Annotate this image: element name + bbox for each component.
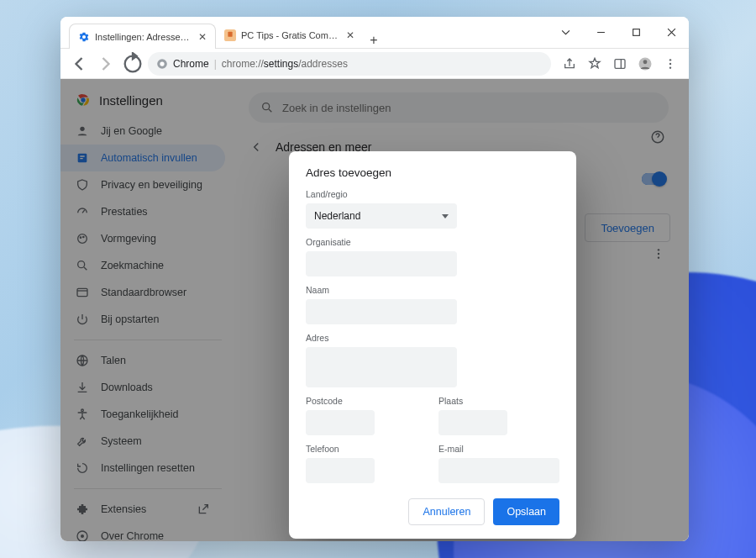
side-panel-icon[interactable] [608, 52, 632, 76]
gear-icon [78, 31, 90, 43]
url-text: chrome://settings/addresses [222, 58, 348, 70]
chevron-down-icon [442, 214, 449, 218]
address-bar[interactable]: Chrome | chrome://settings/addresses [148, 52, 551, 76]
svg-rect-1 [228, 32, 232, 37]
close-icon[interactable]: ✕ [346, 29, 354, 41]
share-icon[interactable] [558, 52, 581, 76]
address-input[interactable] [306, 347, 457, 387]
new-tab-button[interactable]: + [363, 33, 385, 48]
svg-point-7 [643, 60, 648, 64]
save-button[interactable]: Opslaan [493, 498, 559, 525]
tab-label: PC Tips - Gratis Computer Tips, v [241, 30, 339, 40]
svg-point-4 [160, 61, 164, 66]
reload-button[interactable] [121, 52, 144, 76]
tab-settings[interactable]: Instellingen: Adressen en meer ✕ [69, 24, 216, 49]
maximize-button[interactable] [618, 17, 654, 48]
svg-point-10 [669, 66, 671, 68]
org-input[interactable] [306, 251, 457, 276]
cancel-button[interactable]: Annuleren [408, 498, 485, 525]
name-label: Naam [306, 285, 559, 295]
titlebar: Instellingen: Adressen en meer ✕ PC Tips… [60, 17, 689, 49]
country-select[interactable]: Nederland [306, 203, 457, 229]
chrome-icon [156, 58, 168, 70]
city-label: Plaats [438, 396, 559, 406]
city-input[interactable] [438, 410, 507, 435]
profile-icon[interactable] [633, 52, 657, 76]
minimize-button[interactable] [583, 17, 618, 48]
tab-pctips[interactable]: PC Tips - Gratis Computer Tips, v ✕ [216, 23, 363, 48]
chrome-window: Instellingen: Adressen en meer ✕ PC Tips… [60, 17, 689, 541]
org-label: Organisatie [306, 237, 559, 247]
email-label: E-mail [438, 444, 559, 454]
toolbar: Chrome | chrome://settings/addresses [60, 49, 689, 79]
bookmark-icon[interactable] [583, 52, 606, 76]
add-address-dialog: Adres toevoegen Land/regio Nederland Org… [289, 151, 576, 539]
svg-point-8 [669, 59, 671, 61]
kebab-menu-icon[interactable] [659, 52, 682, 76]
svg-point-9 [669, 62, 671, 64]
dialog-title: Adres toevoegen [306, 166, 559, 179]
back-button[interactable] [67, 52, 91, 76]
postcode-input[interactable] [306, 410, 375, 435]
email-input[interactable] [438, 458, 559, 483]
tab-strip: Instellingen: Adressen en meer ✕ PC Tips… [60, 17, 548, 48]
chevron-down-icon[interactable] [548, 17, 583, 48]
name-input[interactable] [306, 299, 457, 324]
window-controls [548, 17, 689, 48]
postcode-label: Postcode [306, 396, 427, 406]
tab-label: Instellingen: Adressen en meer [95, 32, 192, 42]
phone-label: Telefoon [306, 444, 427, 454]
address-label: Adres [306, 333, 559, 343]
forward-button[interactable] [94, 52, 118, 76]
site-icon [224, 29, 236, 41]
close-icon[interactable]: ✕ [198, 31, 207, 43]
svg-rect-5 [615, 59, 625, 68]
url-scheme-label: Chrome [173, 58, 209, 70]
country-label: Land/regio [306, 189, 559, 199]
svg-rect-2 [633, 29, 639, 36]
phone-input[interactable] [306, 458, 375, 483]
close-button[interactable] [654, 17, 689, 48]
